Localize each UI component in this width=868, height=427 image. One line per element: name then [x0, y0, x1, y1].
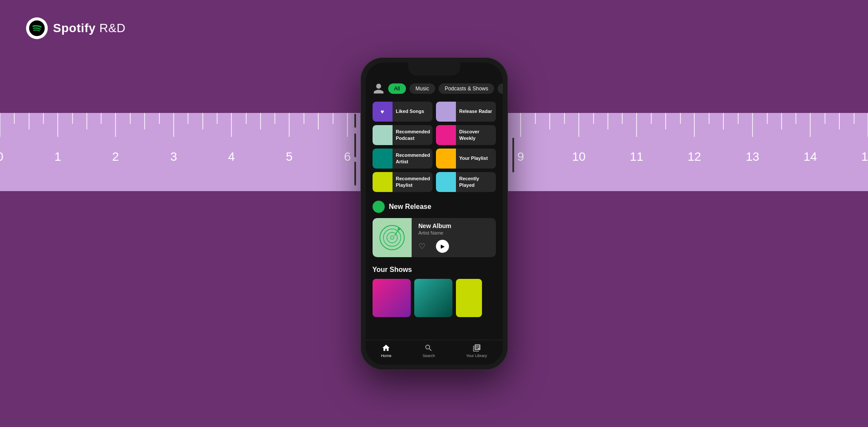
show-card[interactable]: [456, 279, 482, 317]
play-button[interactable]: ▶: [436, 240, 449, 253]
recommended-playlist-label: Recommended Playlist: [396, 175, 432, 188]
phone-content: All Music Podcasts & Shows Audiobooks ♥ …: [366, 63, 503, 365]
release-radar-color: [436, 102, 456, 122]
new-release-title: New Release: [389, 203, 432, 211]
show-card[interactable]: [414, 279, 452, 317]
brand-suffix: R&D: [96, 21, 125, 35]
list-item[interactable]: Recently Played: [436, 172, 496, 192]
album-title: New Album: [419, 222, 489, 229]
release-radar-label: Release Radar: [459, 108, 492, 114]
filter-podcasts[interactable]: Podcasts & Shows: [439, 83, 494, 94]
spotify-logo: [26, 17, 48, 39]
svg-text:6: 6: [344, 150, 351, 163]
new-release-dot: [373, 201, 385, 213]
phone-btn-power: [512, 138, 514, 172]
vinyl-icon: [379, 225, 405, 251]
liked-songs-color: ♥: [373, 102, 393, 122]
nav-library[interactable]: Your Library: [466, 344, 487, 358]
nav-home[interactable]: Home: [381, 344, 391, 358]
nav-library-label: Your Library: [466, 354, 487, 358]
search-icon: [424, 344, 433, 352]
your-playlist-label: Your Playlist: [459, 155, 488, 161]
album-art: [373, 218, 412, 257]
discover-weekly-color: [436, 125, 456, 145]
svg-text:3: 3: [170, 150, 177, 163]
your-playlist-color: [436, 149, 456, 169]
phone-outer: All Music Podcasts & Shows Audiobooks ♥ …: [360, 57, 508, 370]
svg-text:10: 10: [572, 150, 585, 163]
list-item[interactable]: Recommended Playlist: [373, 172, 432, 192]
filter-all[interactable]: All: [388, 83, 406, 94]
spotify-header: Spotify R&D: [26, 17, 125, 39]
svg-text:1: 1: [54, 150, 61, 163]
svg-text:13: 13: [746, 150, 759, 163]
svg-point-83: [398, 228, 400, 230]
recommended-artist-label: Recommended Artist: [396, 152, 432, 165]
album-artist: Artist Name: [419, 230, 489, 235]
quick-access-grid: ♥ Liked Songs Release Radar Recommended …: [373, 102, 496, 192]
library-icon: [472, 344, 481, 352]
nav-search-label: Search: [422, 354, 435, 358]
your-shows-title: Your Shows: [373, 266, 496, 274]
svg-text:0: 0: [0, 150, 3, 163]
like-button[interactable]: ♡: [419, 242, 426, 251]
list-item[interactable]: Recommended Podcast: [373, 125, 432, 145]
liked-songs-label: Liked Songs: [396, 108, 424, 114]
brand-text: Spotify R&D: [53, 21, 125, 35]
spotify-logo-icon: [29, 20, 45, 36]
svg-text:5: 5: [286, 150, 293, 163]
album-actions: ♡ ▶: [419, 240, 489, 253]
list-item[interactable]: Discover Weekly: [436, 125, 496, 145]
filter-audiobooks[interactable]: Audiobooks: [498, 83, 502, 94]
recommended-playlist-color: [373, 172, 393, 192]
list-item[interactable]: ♥ Liked Songs: [373, 102, 432, 122]
svg-point-79: [383, 229, 401, 246]
filter-music[interactable]: Music: [409, 83, 435, 94]
nav-home-label: Home: [381, 354, 391, 358]
svg-text:15: 15: [861, 150, 868, 163]
play-icon: ▶: [441, 243, 445, 249]
svg-text:14: 14: [803, 150, 817, 163]
home-icon: [382, 344, 390, 352]
album-info: New Album Artist Name ♡ ▶: [412, 218, 496, 257]
list-item[interactable]: Recommended Artist: [373, 149, 432, 169]
nav-search[interactable]: Search: [422, 344, 435, 358]
svg-text:4: 4: [228, 150, 235, 163]
recently-played-label: Recently Played: [459, 175, 496, 188]
recently-played-color: [436, 172, 456, 192]
phone-btn-vol-down: [354, 162, 356, 185]
new-release-card[interactable]: New Album Artist Name ♡ ▶: [373, 218, 496, 257]
list-item[interactable]: Release Radar: [436, 102, 496, 122]
phone-btn-vol-up: [354, 133, 356, 157]
user-icon[interactable]: [373, 83, 385, 95]
svg-text:9: 9: [517, 150, 524, 163]
recommended-podcast-label: Recommended Podcast: [396, 129, 432, 141]
brand-name: Spotify: [53, 21, 96, 35]
discover-weekly-label: Discover Weekly: [459, 129, 496, 141]
svg-text:12: 12: [687, 150, 701, 163]
phone-wrapper: All Music Podcasts & Shows Audiobooks ♥ …: [360, 57, 508, 370]
svg-point-81: [390, 236, 394, 239]
phone-notch: [408, 63, 460, 76]
new-release-header: New Release: [373, 201, 496, 213]
show-card[interactable]: [373, 279, 411, 317]
shows-grid: [373, 279, 496, 317]
list-item[interactable]: Your Playlist: [436, 149, 496, 169]
recommended-artist-color: [373, 149, 393, 169]
filter-bar: All Music Podcasts & Shows Audiobooks: [373, 81, 496, 95]
recommended-podcast-color: [373, 125, 393, 145]
phone-screen: All Music Podcasts & Shows Audiobooks ♥ …: [366, 63, 503, 365]
svg-text:2: 2: [112, 150, 119, 163]
svg-text:11: 11: [630, 150, 643, 163]
phone-btn-mute: [354, 114, 356, 128]
bottom-nav: Home Search Your Library: [366, 340, 503, 365]
